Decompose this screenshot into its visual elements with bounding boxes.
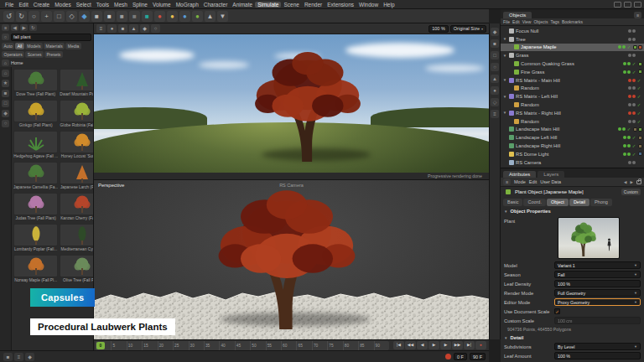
- attr-tab-coord[interactable]: Coord.: [523, 199, 546, 206]
- timeline-ruler[interactable]: 0 051015202530354045505560657075808590: [96, 341, 389, 350]
- om-menu-file[interactable]: File: [503, 19, 510, 24]
- autokey-record-icon[interactable]: [445, 354, 451, 359]
- quantize-icon[interactable]: ○: [491, 63, 499, 71]
- filter-models[interactable]: Models: [25, 43, 43, 49]
- filter-presets[interactable]: Presets: [44, 51, 63, 58]
- forward-icon[interactable]: ▶: [20, 24, 28, 31]
- model-mode-icon[interactable]: ▲: [205, 11, 216, 22]
- snapshot-icon[interactable]: ●: [107, 24, 117, 33]
- tab-objects[interactable]: Objects: [503, 12, 532, 18]
- object-row[interactable]: Random ✓: [501, 85, 644, 93]
- coordinates-icon[interactable]: ◆: [25, 353, 34, 361]
- edit-menu[interactable]: Edit: [529, 179, 537, 184]
- grid-icon[interactable]: ■: [491, 39, 499, 48]
- history-back-icon[interactable]: ◀: [624, 180, 626, 184]
- enabled-check[interactable]: ✓: [626, 127, 632, 132]
- timeline-tick[interactable]: 40: [219, 341, 234, 350]
- menu-spline[interactable]: Spline: [130, 2, 150, 8]
- timeline-tick[interactable]: 5: [111, 341, 126, 350]
- asset-item[interactable]: Judas Tree (Fall Plant): [13, 193, 58, 222]
- filter-materials[interactable]: Materials: [44, 43, 65, 49]
- object-row[interactable]: Japanese Maple ✓: [501, 44, 644, 52]
- perspective-viewport[interactable]: Perspective RS Camera: [94, 180, 489, 339]
- asset-item[interactable]: Dwarf Mountain Pine (F...: [60, 69, 93, 98]
- timeline-tick[interactable]: 80: [343, 341, 358, 350]
- undo-icon[interactable]: ↺: [3, 11, 14, 22]
- timeline-tick[interactable]: 45: [235, 341, 250, 350]
- back-icon[interactable]: ◀: [11, 24, 18, 31]
- visibility-dot[interactable]: [632, 38, 636, 41]
- play-button[interactable]: ▶: [428, 341, 439, 349]
- visibility-dot[interactable]: [628, 103, 631, 106]
- visibility-dot[interactable]: [623, 136, 626, 139]
- expand-arrow-icon[interactable]: ▼: [502, 95, 507, 99]
- timeline-tick[interactable]: 20: [158, 341, 173, 350]
- ab-compare-icon[interactable]: ■: [118, 24, 127, 33]
- plant-preview[interactable]: [558, 217, 620, 259]
- timeline-tick[interactable]: 75: [327, 341, 342, 350]
- timeline-tick[interactable]: 10: [127, 341, 142, 350]
- leaf-amount-input[interactable]: 100 %: [554, 352, 641, 359]
- tag-icon[interactable]: [638, 136, 642, 140]
- menu-volume[interactable]: Volume: [150, 2, 174, 8]
- live-selection-icon[interactable]: ○: [29, 11, 39, 22]
- record-button[interactable]: ●: [475, 341, 486, 349]
- renderview-menu-icon[interactable]: ≡: [96, 24, 106, 33]
- asset-thumbnail[interactable]: [13, 69, 58, 91]
- asset-thumbnail[interactable]: [13, 100, 58, 122]
- asset-thumbnail[interactable]: [13, 255, 58, 277]
- asset-thumbnail[interactable]: [13, 162, 58, 184]
- visibility-dot[interactable]: [632, 54, 636, 57]
- asset-thumbnail[interactable]: [60, 255, 93, 277]
- menu-edit[interactable]: Edit: [16, 2, 30, 8]
- database-icon[interactable]: ■: [2, 90, 9, 97]
- menu-modes[interactable]: Modes: [52, 2, 74, 8]
- home-icon[interactable]: ⌂: [2, 70, 9, 77]
- timeline-tick[interactable]: 65: [296, 341, 311, 350]
- object-row[interactable]: RS Dome Light ✓: [501, 150, 644, 158]
- current-frame-field[interactable]: 0 F: [454, 353, 467, 360]
- visibility-dot[interactable]: [618, 45, 621, 49]
- expand-arrow-icon[interactable]: ▼: [502, 37, 507, 41]
- season-dropdown[interactable]: Fall▼: [554, 271, 641, 278]
- visibility-dot[interactable]: [628, 120, 631, 123]
- object-row[interactable]: Landscape Left Hill ✓: [501, 133, 644, 142]
- mirror-icon[interactable]: ◇: [491, 98, 499, 106]
- material-manager-icon[interactable]: ■: [3, 353, 13, 361]
- hamburger-icon[interactable]: ≡: [2, 24, 9, 31]
- asset-item[interactable]: Norway Maple (Fall Pl...: [13, 255, 58, 284]
- visibility-dot[interactable]: [623, 153, 626, 156]
- om-menu-edit[interactable]: Edit: [512, 19, 520, 24]
- menu-file[interactable]: File: [3, 2, 16, 8]
- workplane-icon[interactable]: □: [491, 51, 499, 59]
- filter-all[interactable]: All: [15, 43, 24, 49]
- object-row[interactable]: Fine Grass ✓: [501, 68, 644, 76]
- tag-icon[interactable]: [638, 45, 642, 49]
- object-row[interactable]: ▼ Tree: [501, 35, 644, 44]
- downloads-icon[interactable]: ○: [2, 120, 9, 127]
- menu-animate[interactable]: Animate: [230, 2, 255, 8]
- render-region-icon[interactable]: ▲: [129, 24, 138, 33]
- texture-mode-icon[interactable]: ▼: [217, 11, 228, 22]
- visibility-dot[interactable]: [623, 70, 626, 74]
- tag-icon[interactable]: [633, 45, 637, 49]
- go-to-start-button[interactable]: |◀: [393, 341, 404, 349]
- menu-help[interactable]: Help: [381, 2, 397, 8]
- mode-menu-icon[interactable]: ≡: [503, 178, 511, 185]
- detail-header[interactable]: ▼ Detail: [501, 334, 644, 342]
- visibility-dot[interactable]: [628, 95, 631, 98]
- favorites-icon[interactable]: ★: [2, 80, 9, 87]
- object-row[interactable]: RS Camera: [501, 158, 644, 167]
- menu-scene[interactable]: Scene: [281, 2, 301, 8]
- tab-attributes[interactable]: Attributes: [503, 171, 536, 178]
- asset-item[interactable]: Dove Tree (Fall Plant): [13, 69, 58, 98]
- attr-tab-phong[interactable]: Phong: [590, 199, 612, 206]
- next-frame-button[interactable]: ▶: [440, 341, 451, 349]
- asset-thumbnail[interactable]: [60, 193, 93, 215]
- filter-media[interactable]: Media: [65, 43, 81, 49]
- next-key-button[interactable]: ▶▶: [452, 341, 463, 349]
- om-menu-objects[interactable]: Objects: [533, 19, 548, 24]
- render-mode-dropdown[interactable]: Full Geometry▼: [554, 289, 641, 297]
- menu-mograph[interactable]: MoGraph: [174, 2, 201, 8]
- visibility-dot[interactable]: [632, 161, 636, 164]
